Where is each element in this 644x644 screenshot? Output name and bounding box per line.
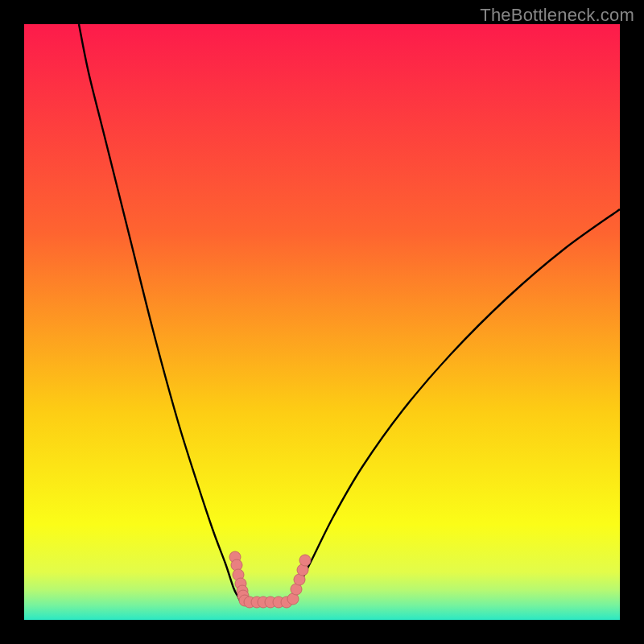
chart-plot-area: [24, 24, 620, 620]
watermark-text: TheBottleneck.com: [480, 5, 634, 26]
chart-svg: [24, 24, 620, 620]
gradient-background: [24, 24, 620, 620]
data-dot: [299, 555, 311, 566]
